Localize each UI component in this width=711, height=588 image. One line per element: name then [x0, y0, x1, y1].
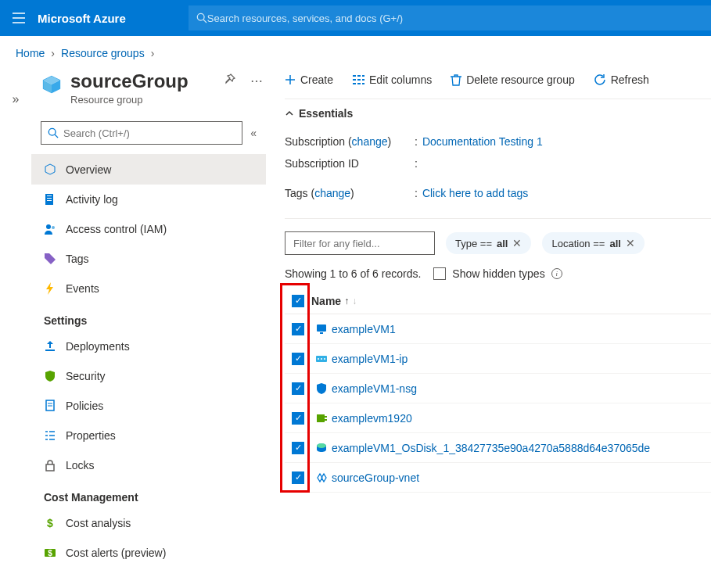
sidebar-item-label: Cost analysis	[66, 517, 131, 529]
resource-link[interactable]: examplevm1920	[332, 412, 412, 425]
sidebar-item-tags[interactable]: Tags	[31, 244, 266, 274]
svg-rect-15	[320, 332, 323, 334]
sidebar: sourceGroup Resource group ⋯ « Overview …	[31, 70, 266, 588]
table-row[interactable]: sourceGroup-vnet	[285, 463, 711, 493]
row-checkbox[interactable]	[292, 412, 304, 425]
breadcrumb-home[interactable]: Home	[16, 47, 45, 59]
info-icon[interactable]: i	[551, 268, 562, 279]
tags-label: Tags (change)	[285, 187, 410, 199]
resource-type-icon	[311, 471, 332, 484]
breadcrumb-resource-groups[interactable]: Resource groups	[61, 47, 145, 59]
expand-left-rail-icon[interactable]: »	[0, 70, 31, 588]
chevron-right-icon: ›	[151, 47, 155, 59]
sort-asc-icon: ↑	[344, 296, 349, 307]
subscription-change-link[interactable]: change	[352, 135, 388, 148]
table-row[interactable]: exampleVM1	[285, 314, 711, 344]
dollar-badge-icon: $	[44, 547, 56, 559]
sidebar-section-cost: Cost Management	[31, 480, 266, 508]
sidebar-item-deployments[interactable]: Deployments	[31, 332, 266, 361]
svg-point-17	[318, 358, 319, 360]
resource-link[interactable]: exampleVM1-ip	[332, 353, 408, 365]
svg-rect-22	[325, 419, 327, 421]
sidebar-search[interactable]	[41, 121, 242, 145]
delete-resource-group-button[interactable]: Delete resource group	[451, 74, 575, 86]
refresh-button[interactable]: Refresh	[594, 74, 649, 86]
table-row[interactable]: examplevm1920	[285, 403, 711, 433]
people-icon	[44, 223, 56, 235]
sidebar-item-properties[interactable]: Properties	[31, 421, 266, 450]
sidebar-item-locks[interactable]: Locks	[31, 450, 266, 480]
show-hidden-types-label: Show hidden types	[452, 267, 544, 280]
sidebar-item-label: Cost alerts (preview)	[66, 547, 166, 559]
toolbar: Create Edit columns Delete resource grou…	[285, 70, 711, 99]
sidebar-item-label: Access control (IAM)	[66, 223, 167, 235]
svg-rect-8	[45, 350, 55, 351]
top-bar: Microsoft Azure	[0, 0, 711, 36]
lightning-icon	[44, 282, 56, 295]
sidebar-item-events[interactable]: Events	[31, 274, 266, 303]
refresh-icon	[594, 74, 606, 86]
name-column-header[interactable]: Name ↑ ↓	[311, 295, 357, 307]
sidebar-item-overview[interactable]: Overview	[31, 155, 266, 185]
global-search[interactable]	[189, 5, 711, 30]
global-search-input[interactable]	[207, 13, 703, 24]
trash-icon	[451, 74, 461, 86]
subscription-value-link[interactable]: Documentation Testing 1	[422, 135, 543, 148]
lock-icon	[44, 459, 56, 471]
sidebar-item-security[interactable]: Security	[31, 361, 266, 391]
page-title: sourceGroup	[70, 70, 213, 92]
resource-type-icon	[311, 353, 332, 365]
create-button[interactable]: Create	[285, 74, 333, 86]
select-all-checkbox[interactable]	[292, 295, 304, 307]
more-icon[interactable]: ⋯	[247, 70, 266, 91]
sidebar-search-input[interactable]	[63, 127, 235, 139]
resource-link[interactable]: exampleVM1_OsDisk_1_38427735e90a4270a588…	[332, 442, 650, 454]
resource-link[interactable]: exampleVM1-nsg	[332, 382, 417, 395]
cube-icon	[44, 163, 56, 176]
hamburger-menu-icon[interactable]	[0, 13, 38, 23]
location-filter-pill[interactable]: Location == all ✕	[542, 232, 644, 254]
policy-icon	[44, 400, 56, 412]
resource-link[interactable]: exampleVM1	[332, 323, 396, 335]
show-hidden-types-checkbox[interactable]	[433, 267, 446, 280]
tags-change-link[interactable]: change	[314, 187, 350, 199]
sidebar-item-iam[interactable]: Access control (IAM)	[31, 214, 266, 244]
svg-text:$: $	[47, 517, 53, 529]
table-row[interactable]: exampleVM1-nsg	[285, 374, 711, 403]
svg-rect-14	[317, 324, 326, 332]
resource-type-icon	[311, 442, 332, 454]
table-row[interactable]: exampleVM1-ip	[285, 344, 711, 374]
resource-type-icon	[311, 323, 332, 335]
filter-bar: Type == all ✕ Location == all ✕	[285, 218, 711, 255]
page-subtitle: Resource group	[70, 94, 213, 106]
svg-rect-10	[46, 464, 54, 471]
filter-field-input[interactable]	[285, 231, 435, 255]
row-checkbox[interactable]	[292, 471, 304, 484]
svg-point-19	[324, 358, 325, 360]
row-checkbox[interactable]	[292, 382, 304, 395]
edit-columns-button[interactable]: Edit columns	[352, 74, 432, 86]
sort-desc-icon: ↓	[352, 296, 357, 307]
type-filter-pill[interactable]: Type == all ✕	[446, 232, 531, 254]
collapse-sidebar-icon[interactable]: «	[250, 127, 257, 139]
resource-link[interactable]: sourceGroup-vnet	[332, 471, 419, 484]
sidebar-item-cost-analysis[interactable]: $ Cost analysis	[31, 508, 266, 538]
close-icon[interactable]: ✕	[626, 237, 635, 249]
svg-rect-5	[47, 200, 52, 201]
sidebar-item-label: Events	[66, 282, 99, 295]
sidebar-item-policies[interactable]: Policies	[31, 391, 266, 421]
tags-add-link[interactable]: Click here to add tags	[422, 187, 528, 199]
table-row[interactable]: exampleVM1_OsDisk_1_38427735e90a4270a588…	[285, 433, 711, 463]
row-checkbox[interactable]	[292, 323, 304, 335]
chevron-right-icon: ›	[51, 47, 55, 59]
brand-label[interactable]: Microsoft Azure	[38, 12, 126, 25]
close-icon[interactable]: ✕	[512, 237, 522, 249]
row-checkbox[interactable]	[292, 442, 304, 454]
subscription-label: Subscription (change)	[285, 135, 410, 148]
sidebar-item-activity-log[interactable]: Activity log	[31, 185, 266, 214]
chevron-up-icon	[285, 109, 294, 118]
row-checkbox[interactable]	[292, 353, 304, 365]
pin-icon[interactable]	[221, 70, 239, 92]
essentials-toggle[interactable]: Essentials	[285, 99, 711, 131]
sidebar-item-cost-alerts[interactable]: $ Cost alerts (preview)	[31, 538, 266, 568]
